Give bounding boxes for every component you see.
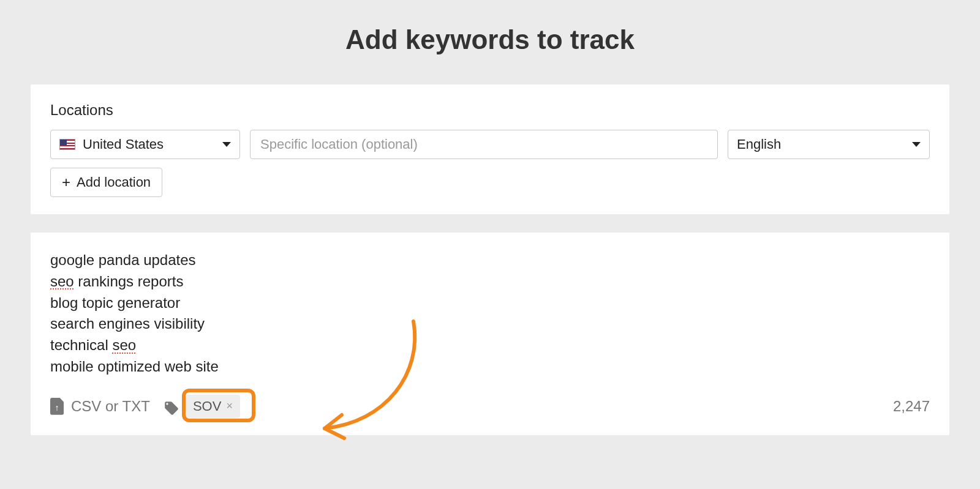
add-location-button[interactable]: + Add location xyxy=(50,168,162,197)
tag-section: SOV × xyxy=(164,395,240,418)
upload-csv-button[interactable]: CSV or TXT xyxy=(50,398,150,415)
upload-label: CSV or TXT xyxy=(71,398,150,415)
keyword-line: seo rankings reports xyxy=(50,271,930,293)
flag-us-icon xyxy=(59,139,75,150)
add-location-label: Add location xyxy=(77,174,151,190)
keywords-textarea[interactable]: google panda updates seo rankings report… xyxy=(50,250,930,378)
country-select[interactable]: United States xyxy=(50,130,240,159)
character-count: 2,247 xyxy=(893,398,930,415)
keyword-line: blog topic generator xyxy=(50,293,930,314)
language-select-value: English xyxy=(737,136,781,152)
specific-location-input[interactable] xyxy=(250,130,718,159)
tag-label: SOV xyxy=(193,398,221,414)
chevron-down-icon xyxy=(912,142,921,147)
country-select-value: United States xyxy=(83,136,164,152)
plus-icon: + xyxy=(62,175,70,190)
keyword-line: google panda updates xyxy=(50,250,930,271)
tag-pill[interactable]: SOV × xyxy=(186,395,240,418)
locations-card: Locations United States English + Add lo… xyxy=(31,84,949,214)
chevron-down-icon xyxy=(222,142,231,147)
language-select[interactable]: English xyxy=(728,130,930,159)
tag-icon xyxy=(164,400,179,412)
keywords-card: google panda updates seo rankings report… xyxy=(31,233,949,435)
tag-remove-icon[interactable]: × xyxy=(226,400,233,412)
locations-label: Locations xyxy=(50,102,930,119)
page-title: Add keywords to track xyxy=(0,0,980,84)
upload-file-icon xyxy=(50,398,64,415)
keyword-line: search engines visibility xyxy=(50,313,930,335)
keyword-line: technical seo xyxy=(50,335,930,356)
keyword-line: mobile optimized web site xyxy=(50,356,930,378)
